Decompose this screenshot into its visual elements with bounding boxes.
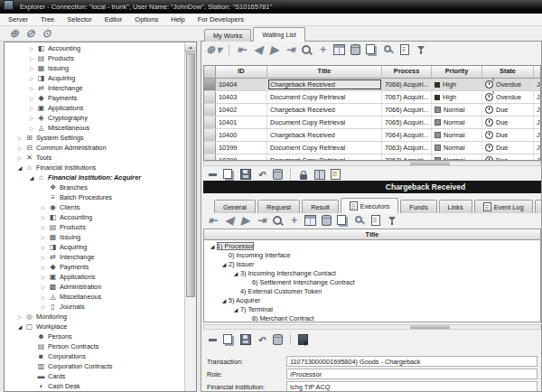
tree-scrollbar[interactable]: ▲ xyxy=(184,42,196,391)
column-header[interactable] xyxy=(204,66,216,78)
toolbar-button[interactable]: ▶ xyxy=(267,43,281,56)
expander-icon[interactable] xyxy=(231,306,240,313)
expander-icon[interactable] xyxy=(15,164,24,171)
tree-item[interactable]: ▦ Issuing xyxy=(5,63,185,73)
tree-item[interactable]: ◆ Payments xyxy=(5,262,185,272)
column-header[interactable]: Process xyxy=(382,66,432,78)
toolbar-button[interactable]: ⊙ xyxy=(40,27,53,40)
scroll-up-icon[interactable]: ▲ xyxy=(185,42,196,52)
tree-item[interactable]: ◧ Accounting xyxy=(5,43,185,53)
expander-icon[interactable] xyxy=(27,75,36,81)
row-selector[interactable] xyxy=(204,154,216,161)
executor-item[interactable]: 3) Incoming Interchange Contact xyxy=(204,268,540,277)
row-selector[interactable] xyxy=(204,117,216,128)
menu-item[interactable]: Help xyxy=(171,15,184,23)
expander-icon[interactable] xyxy=(231,270,240,276)
expander-icon[interactable] xyxy=(39,214,48,220)
toolbar-button[interactable] xyxy=(296,333,310,346)
expander-icon[interactable] xyxy=(27,174,36,181)
table-row[interactable]: 10402 Chargeback Received 7066) Acquiri.… xyxy=(204,104,540,117)
tree-item[interactable]: ◎ Monitoring xyxy=(5,312,185,322)
toolbar-button[interactable] xyxy=(296,168,310,181)
toolbar-button[interactable] xyxy=(206,333,220,346)
tree-item[interactable]: ▤ Person Contracts xyxy=(5,341,185,351)
field-value[interactable]: 110713000001695804) Goods - Chargeback xyxy=(286,356,537,367)
expander-icon[interactable] xyxy=(27,125,36,131)
tree-item[interactable]: ⊞ System Settings xyxy=(5,133,185,143)
toolbar-button[interactable] xyxy=(365,43,378,56)
toolbar-button[interactable]: ⇤ xyxy=(235,43,248,56)
tree-item[interactable]: ▦ Issuing xyxy=(5,232,185,242)
table-row[interactable]: 10404 Chargeback Received 7068) Acquiri.… xyxy=(204,79,540,91)
tree-item[interactable]: ⌂ Financial Institution: Acquirer xyxy=(5,173,185,182)
tree-item[interactable]: ◨ Acquiring xyxy=(5,73,185,83)
scrollbar-thumb[interactable] xyxy=(410,162,450,165)
executors-column-header[interactable]: Title xyxy=(203,229,541,240)
toolbar-button[interactable] xyxy=(369,214,382,227)
scrollbar-thumb[interactable] xyxy=(186,53,195,297)
detail-tab[interactable]: Result xyxy=(302,200,339,213)
detail-tab[interactable]: Attachments xyxy=(535,200,542,213)
tree-item[interactable]: ▣ Applications xyxy=(5,103,185,113)
toolbar-button[interactable] xyxy=(336,214,350,227)
toolbar-button[interactable] xyxy=(271,214,285,227)
tree-item[interactable]: ⊟ Common Administration xyxy=(5,143,185,153)
tree-item[interactable]: ▢ Workplace xyxy=(5,322,185,331)
tree-item[interactable]: ◬ Miscellaneous xyxy=(5,123,185,133)
table-hscrollbar[interactable] xyxy=(203,161,541,166)
scrollbar-thumb[interactable] xyxy=(410,325,450,329)
tree-item[interactable]: ◬ Miscellaneous xyxy=(5,292,185,302)
executor-item[interactable]: 4) External Customer Token xyxy=(204,286,540,295)
toolbar-button[interactable] xyxy=(332,43,346,56)
toolbar-button[interactable]: ◀ xyxy=(222,214,236,227)
expander-icon[interactable] xyxy=(39,204,48,210)
expander-icon[interactable] xyxy=(27,65,36,71)
table-row[interactable]: 10400 Chargeback Received 7064) Acquiri.… xyxy=(204,129,540,142)
menu-item[interactable]: Tree xyxy=(41,15,54,23)
table-row[interactable]: 10403 Document Copy Retrieval 7067) Acqu… xyxy=(204,91,540,104)
toolbar-button[interactable]: ⊕ xyxy=(7,27,21,40)
row-selector[interactable] xyxy=(204,142,216,154)
toolbar-button[interactable] xyxy=(414,43,427,56)
toolbar-button[interactable] xyxy=(320,214,333,227)
toolbar-button[interactable] xyxy=(397,43,411,56)
expander-icon[interactable] xyxy=(208,243,217,249)
tree-item[interactable]: ≡ Batch Procedures xyxy=(5,192,185,202)
tree-item[interactable]: ◉ Clients xyxy=(5,202,185,212)
expander-icon[interactable] xyxy=(39,234,48,240)
expander-icon[interactable] xyxy=(220,297,229,303)
expander-icon[interactable] xyxy=(27,95,36,101)
menu-item[interactable]: Editor xyxy=(105,15,123,23)
executor-item[interactable]: 1) Processor xyxy=(204,241,540,250)
tree-item[interactable]: ✕ Tools xyxy=(5,153,185,163)
toolbar-button[interactable]: + xyxy=(316,43,330,56)
toolbar-button[interactable] xyxy=(313,168,326,181)
detail-tab[interactable]: General xyxy=(214,200,256,213)
toolbar-button[interactable]: ◀ xyxy=(251,43,265,56)
toolbar-button[interactable] xyxy=(222,333,236,346)
toolbar-button[interactable] xyxy=(304,214,317,227)
tree-item[interactable]: ▬ Cards xyxy=(5,371,185,381)
toolbar-button[interactable]: ▶ xyxy=(238,214,252,227)
detail-tab[interactable]: Links xyxy=(439,200,472,213)
expander-icon[interactable] xyxy=(15,135,24,141)
toolbar-button[interactable]: ↶ xyxy=(255,168,268,181)
toolbar-button[interactable]: + xyxy=(287,214,301,227)
toolbar-button[interactable] xyxy=(238,333,252,346)
expander-icon[interactable] xyxy=(39,284,48,290)
toolbar-button[interactable] xyxy=(300,43,313,56)
column-header[interactable]: ID xyxy=(216,66,267,78)
expander-icon[interactable] xyxy=(27,85,36,91)
expander-icon[interactable] xyxy=(15,154,24,161)
toolbar-button[interactable] xyxy=(329,168,342,181)
detail-tab[interactable]: Executors xyxy=(341,198,398,213)
executors-hscrollbar[interactable] xyxy=(203,324,541,330)
expander-icon[interactable] xyxy=(39,303,48,310)
tree-item[interactable]: ◆ Payments xyxy=(5,93,185,103)
executor-item[interactable]: 6) Settlement Interchange Contract xyxy=(204,277,540,286)
row-selector[interactable] xyxy=(204,104,216,116)
tree-item[interactable]: ▥ Corporation Contracts xyxy=(5,361,185,371)
column-header[interactable]: State xyxy=(482,66,534,78)
tree-item[interactable]: ◧ Accounting xyxy=(5,212,185,222)
row-selector[interactable] xyxy=(204,91,216,103)
